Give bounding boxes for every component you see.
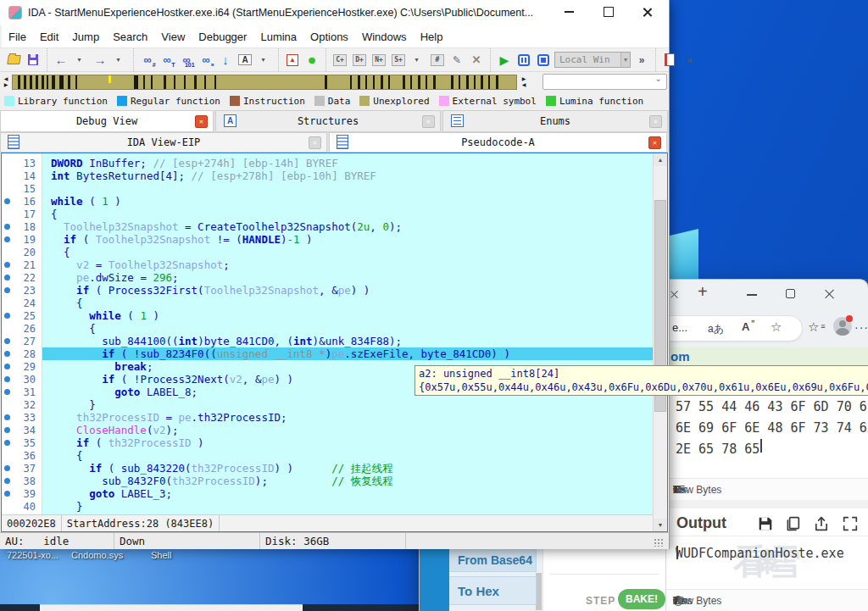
open-file-icon[interactable] — [5, 52, 22, 69]
input-eol[interactable]: LF — [673, 484, 685, 496]
close-enums-icon[interactable] — [649, 115, 662, 128]
menu-debugger[interactable]: Debugger — [192, 28, 253, 46]
panel-splitter[interactable] — [665, 500, 868, 508]
undefine-icon[interactable]: # — [429, 52, 446, 69]
chevron-icon[interactable]: » — [633, 52, 650, 69]
tab-ida-view-eip[interactable]: IDA View-EIP — [0, 132, 327, 153]
line-marker-dot[interactable] — [4, 287, 10, 293]
scroll-down-icon[interactable]: ▼ — [654, 519, 667, 531]
line-marker-dot[interactable] — [4, 478, 10, 484]
make-name-icon[interactable]: N+ — [370, 52, 387, 69]
collections-icon[interactable]: ☆ — [808, 319, 819, 335]
favorite-icon[interactable]: ☆ — [771, 319, 782, 335]
band-scroll-right-icon[interactable]: ▶◀ — [519, 73, 529, 92]
save-icon[interactable] — [25, 52, 42, 69]
operation-item[interactable]: To Hex — [449, 576, 537, 605]
operations-scrollbar[interactable] — [536, 573, 542, 610]
close-debug-view-icon[interactable] — [195, 115, 208, 128]
close-ida-view-icon[interactable] — [309, 136, 321, 149]
title-bar[interactable]: IDA - StartMenuExperienceHostker.exe.i64… — [0, 0, 669, 25]
menu-options[interactable]: Options — [303, 28, 355, 46]
menu-search[interactable]: Search — [106, 28, 154, 46]
patch-icon[interactable]: ✎ — [448, 52, 465, 69]
band-zoom-dropdown[interactable] — [542, 74, 667, 90]
search-text-icon[interactable]: ∞T — [159, 52, 175, 69]
line-marker-dot[interactable] — [4, 465, 10, 471]
chevron-icon[interactable]: » — [681, 52, 698, 69]
pause-icon[interactable] — [515, 52, 532, 69]
export-output-icon[interactable] — [814, 516, 829, 531]
ascii-options-icon[interactable]: A — [236, 52, 253, 69]
line-marker-dot[interactable] — [4, 440, 10, 446]
resize-grip[interactable] — [654, 538, 665, 547]
menu-help[interactable]: Help — [414, 28, 450, 46]
close-pseudocode-icon[interactable] — [648, 136, 661, 149]
menu-jump[interactable]: Jump — [65, 28, 106, 46]
maximize-output-icon[interactable] — [843, 516, 858, 531]
line-marker-dot[interactable] — [4, 389, 10, 395]
desktop-icon-label[interactable]: Cndomo.sys — [71, 550, 123, 560]
menu-file[interactable]: File — [2, 28, 33, 46]
line-marker-dot[interactable] — [4, 198, 10, 204]
line-marker-dot[interactable] — [4, 313, 10, 319]
tab-enums[interactable]: Enums — [442, 110, 668, 132]
browser-tab-close-icon[interactable] — [670, 290, 679, 299]
browser-maximize-button[interactable] — [786, 289, 795, 298]
minimize-button[interactable] — [554, 1, 583, 23]
search-binary-icon[interactable]: ∞# — [139, 52, 156, 69]
menu-lumina[interactable]: Lumina — [253, 28, 303, 46]
step-button[interactable]: STEP — [586, 595, 615, 607]
line-marker-dot[interactable] — [4, 262, 10, 268]
caret-icon[interactable]: ▾ — [111, 52, 128, 69]
new-tab-button[interactable]: + — [698, 282, 708, 302]
scroll-up-icon[interactable]: ▲ — [654, 153, 667, 166]
tab-pseudocode-a[interactable]: Pseudocode-A — [329, 132, 667, 153]
delete-icon[interactable]: ✕ — [468, 52, 485, 69]
line-marker-dot[interactable] — [4, 351, 10, 357]
band-scroll-left-icon[interactable]: ◀▶ — [1, 73, 11, 92]
caret-icon[interactable]: ▾ — [72, 52, 89, 69]
caret-icon[interactable]: ▾ — [409, 52, 426, 69]
debugger-combo-icon[interactable]: Local Win▾ — [554, 52, 631, 68]
line-marker-dot[interactable] — [4, 427, 10, 433]
back-icon[interactable]: ← — [53, 52, 70, 69]
start-icon[interactable]: ▶ — [496, 52, 513, 69]
search-value-icon[interactable]: ∞101 — [178, 52, 195, 69]
line-marker-dot[interactable] — [4, 491, 10, 497]
make-string-icon[interactable]: S+ — [390, 52, 407, 69]
search-next-icon[interactable]: ∞» — [198, 52, 214, 69]
menu-edit[interactable]: Edit — [33, 28, 65, 46]
forward-icon[interactable]: → — [92, 52, 108, 69]
menu-view[interactable]: View — [154, 28, 192, 46]
tab-structures[interactable]: Structures — [215, 110, 441, 132]
translate-icon[interactable]: aあ — [708, 322, 724, 336]
make-code-icon[interactable]: C+ — [331, 52, 348, 69]
breakpoints-icon[interactable]: ▲ — [284, 52, 301, 69]
line-marker-dot[interactable] — [4, 364, 10, 369]
close-structures-icon[interactable] — [422, 115, 435, 128]
browser-minimize-button[interactable] — [747, 294, 757, 296]
line-marker-dot[interactable] — [4, 376, 10, 382]
desktop-icon-label[interactable]: 722501-xo... — [7, 550, 58, 560]
tab-debug-view[interactable]: Debug View — [0, 110, 214, 132]
line-marker-dot[interactable] — [4, 236, 10, 242]
desktop-icon-label[interactable]: Shell — [151, 550, 171, 560]
line-marker-dot[interactable] — [4, 338, 10, 344]
copy-output-icon[interactable] — [785, 516, 800, 531]
browser-close-button[interactable] — [825, 289, 835, 299]
code-area[interactable]: DWORD InBuffer; // [esp+274h] [ebp-14h] … — [42, 153, 653, 514]
code-scrollbar[interactable]: ▲ ▼ — [653, 153, 667, 531]
output-type[interactable]: Raw Bytes — [673, 595, 721, 607]
caret-icon[interactable]: ▾ — [256, 52, 273, 69]
make-data-icon[interactable]: D+ — [351, 52, 368, 69]
notes-icon[interactable] — [661, 52, 678, 69]
operation-item[interactable]: From Base64 — [449, 547, 537, 572]
maximize-button[interactable] — [594, 1, 623, 23]
browser-menu-icon[interactable]: ··· — [854, 320, 868, 334]
process-state-icon[interactable]: ● — [303, 52, 320, 69]
stop-icon[interactable] — [535, 52, 552, 69]
read-aloud-icon[interactable]: A — [742, 320, 749, 333]
bake-button[interactable]: BAKE! — [618, 589, 665, 609]
input-textarea[interactable]: 57 55 44 46 43 6F 6D 70 616E 69 6F 6E 48… — [676, 397, 865, 476]
jump-address-icon[interactable]: ↓ — [217, 52, 234, 69]
